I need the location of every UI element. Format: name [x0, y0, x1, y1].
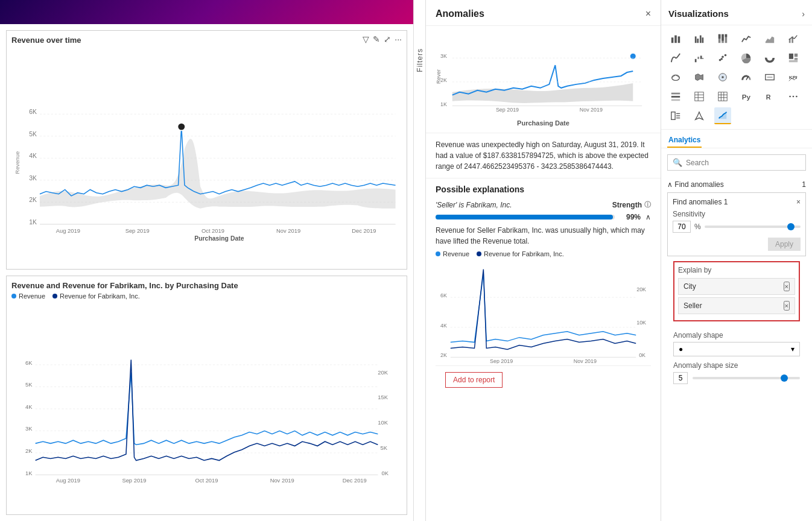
right-panel-expand-icon[interactable]: ›: [802, 9, 805, 19]
anomaly-size-thumb[interactable]: [781, 374, 788, 382]
viz-icon-map[interactable]: [667, 69, 684, 86]
svg-rect-90: [795, 58, 798, 60]
svg-text:Sep 2019: Sep 2019: [496, 107, 519, 113]
svg-text:15K: 15K: [378, 394, 388, 400]
viz-icon-combo[interactable]: [785, 30, 802, 47]
possible-explanations: Possible explanations 'Seller' is Fabrik…: [426, 178, 661, 400]
svg-rect-63: [671, 37, 674, 43]
card-label: Find anomalies 1: [673, 198, 728, 206]
explain-tag-seller-close-button[interactable]: ×: [784, 301, 790, 311]
viz-icon-slicer[interactable]: [667, 88, 684, 105]
anomaly-size-slider[interactable]: [693, 377, 800, 379]
viz-icon-azure-map[interactable]: [714, 69, 731, 86]
charts-area: ▽ ✎ ⤢ ··· Revenue over time 1K 2K 3K 4K …: [0, 24, 413, 521]
svg-point-91: [672, 75, 680, 80]
viz-icon-python[interactable]: Py: [738, 88, 755, 105]
possible-exp-title: Possible explanations: [436, 185, 651, 194]
more-icon[interactable]: ···: [395, 34, 402, 44]
svg-text:Aug 2019: Aug 2019: [56, 477, 80, 484]
anomaly-description: Revenue was unexpectedly high on Saturda…: [426, 133, 661, 178]
viz-icon-scatter[interactable]: [714, 49, 731, 66]
svg-text:Sep 2019: Sep 2019: [125, 227, 150, 234]
viz-tabs: Analytics: [661, 130, 812, 148]
svg-text:1K: 1K: [25, 470, 33, 476]
sensitivity-slider[interactable]: [705, 226, 801, 228]
comp-dot-fabrikam: [477, 251, 481, 256]
strength-label: Strength: [612, 201, 642, 209]
filter-sidebar[interactable]: Filters: [413, 0, 425, 521]
viz-icon-ribbon[interactable]: [667, 49, 684, 66]
svg-rect-88: [795, 54, 798, 57]
viz-icon-analytics[interactable]: [714, 107, 731, 124]
svg-rect-99: [671, 96, 680, 98]
sensitivity-value: 70: [673, 221, 691, 233]
strength-bar-bg: [436, 215, 615, 219]
explain-tag-city-label: City: [684, 282, 696, 291]
chart2-legend: Revenue Revenue for Fabrikam, Inc.: [11, 292, 402, 300]
explain-tag-city-close-button[interactable]: ×: [784, 282, 790, 291]
anomalies-close-button[interactable]: ×: [645, 8, 651, 19]
viz-icon-table[interactable]: [691, 88, 708, 105]
legend-fabrikam: Revenue for Fabrikam, Inc.: [52, 292, 140, 300]
find-anomalies-label: ∧ Find anomalies: [667, 180, 724, 189]
viz-icon-gauge[interactable]: [738, 69, 755, 86]
viz-icon-line[interactable]: [738, 30, 755, 47]
viz-icon-pie[interactable]: [738, 49, 755, 66]
svg-point-13: [177, 123, 185, 131]
viz-icon-kpi[interactable]: KPI: [785, 69, 802, 86]
viz-icon-donut[interactable]: [761, 49, 778, 66]
viz-icon-treemap[interactable]: [785, 49, 802, 66]
anomalies-header: Anomalies ×: [426, 0, 661, 26]
svg-text:R: R: [766, 93, 771, 101]
comp-label-revenue: Revenue: [443, 250, 469, 257]
viz-icon-100-bar[interactable]: [714, 30, 731, 47]
chart2-svg: 1K 2K 3K 4K 5K 6K 0K 5K 10K 15K 20K: [11, 302, 402, 521]
svg-rect-65: [678, 36, 680, 43]
viz-icon-filled-map[interactable]: [691, 69, 708, 86]
find-anomalies-header: ∧ Find anomalies 1: [667, 177, 806, 192]
viz-icon-r-script[interactable]: R: [761, 88, 778, 105]
anomalies-title: Anomalies: [436, 8, 484, 19]
chart1-svg: 1K 2K 3K 4K 5K 6K Revenue: [11, 47, 402, 276]
viz-icon-format[interactable]: [691, 107, 708, 124]
apply-button[interactable]: Apply: [768, 238, 801, 251]
edit-icon[interactable]: ✎: [373, 34, 380, 44]
right-panel: Visualizations › KPI Py R: [661, 0, 812, 521]
svg-rect-73: [722, 34, 724, 41]
svg-text:1K: 1K: [29, 219, 37, 226]
viz-icon-waterfall[interactable]: [691, 49, 708, 66]
svg-rect-101: [695, 92, 703, 101]
card-close-button[interactable]: ×: [796, 198, 801, 206]
viz-icon-fields[interactable]: [667, 107, 684, 124]
viz-icon-matrix[interactable]: [714, 88, 731, 105]
explain-tag-city: City ×: [678, 278, 795, 295]
revenue-fabrikam-chart: Revenue and Revenue for Fabrikam, Inc. b…: [6, 276, 407, 515]
svg-rect-79: [697, 57, 699, 59]
svg-point-46: [630, 53, 636, 59]
viz-icon-clustered-bar[interactable]: [691, 30, 708, 47]
chevron-up-icon[interactable]: ∧: [645, 213, 651, 221]
viz-icon-more[interactable]: [785, 88, 802, 105]
filter-icon[interactable]: ▽: [363, 34, 369, 44]
chart1-toolbar: ▽ ✎ ⤢ ···: [363, 34, 402, 44]
anomaly-size-label: Anomaly shape size: [673, 361, 800, 370]
tab-analytics[interactable]: Analytics: [667, 133, 702, 148]
expand-icon[interactable]: ⤢: [384, 34, 391, 44]
svg-rect-64: [674, 36, 677, 43]
add-to-report-button[interactable]: Add to report: [445, 372, 503, 388]
viz-icons-grid: KPI Py R: [661, 25, 812, 130]
anomaly-mini-chart-area: 1K 2K 3K Rever Sep 2019 Nov 2019 Purchas…: [426, 26, 661, 133]
anomaly-shape-dropdown[interactable]: ● ▾: [673, 342, 800, 356]
viz-icon-stacked-bar[interactable]: [667, 30, 684, 47]
search-input[interactable]: [686, 159, 801, 167]
search-box[interactable]: 🔍: [667, 154, 806, 171]
top-bar: [0, 0, 413, 24]
viz-icon-card[interactable]: [761, 69, 778, 86]
svg-point-112: [789, 96, 791, 98]
comparison-chart-svg: 2K 4K 6K 0K 10K 20K Sep 2019 Nov 2019: [436, 261, 651, 364]
sensitivity-pct: %: [694, 223, 701, 231]
explain-tag-seller: Seller ×: [678, 297, 795, 314]
viz-icon-area[interactable]: [761, 30, 778, 47]
svg-text:6K: 6K: [29, 109, 37, 115]
sensitivity-thumb[interactable]: [787, 223, 795, 230]
